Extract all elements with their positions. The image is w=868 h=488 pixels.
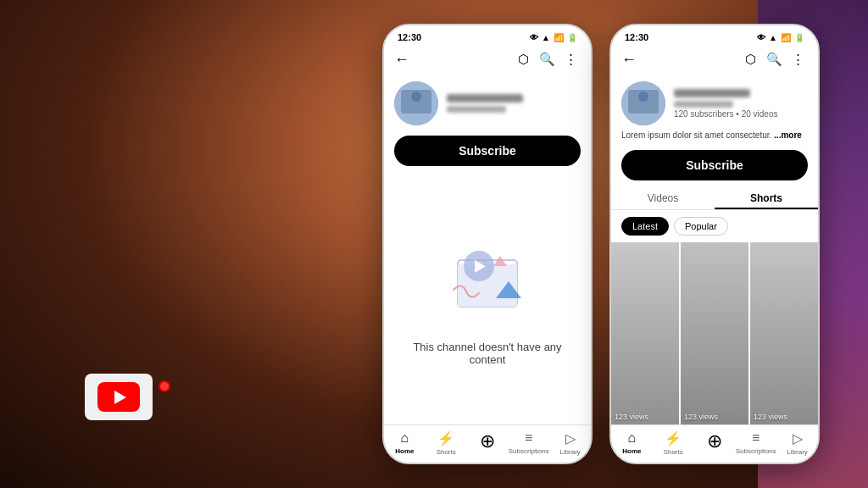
channel-header-left	[384, 75, 591, 130]
short-views-1: 123 views	[611, 409, 679, 424]
subscribe-button-left[interactable]: Subscribe	[394, 136, 581, 166]
wifi-icon-right: ▲	[769, 33, 777, 42]
library-label-right: Library	[787, 448, 807, 456]
status-icons-left: 👁 ▲ 📶 🔋	[530, 33, 577, 42]
bottom-nav-right: ⌂ Home ⚡ Shorts ⊕ ≡ Subscriptions ▷ Libr…	[611, 424, 818, 463]
tab-shorts[interactable]: Shorts	[715, 186, 818, 209]
empty-message: This channel doesn't have any content	[401, 341, 574, 366]
channel-avatar-left	[394, 81, 438, 125]
content-tabs: Videos Shorts	[611, 186, 818, 210]
nav-library-right[interactable]: ▷ Library	[776, 430, 818, 456]
nav-subscriptions-left[interactable]: ≡ Subscriptions	[508, 430, 549, 456]
nav-bar-left: ← ⬡ 🔍 ⋮	[384, 46, 591, 75]
subtab-latest[interactable]: Latest	[621, 217, 669, 236]
channel-info-left	[447, 94, 581, 113]
nav-add-left[interactable]: ⊕	[467, 430, 509, 456]
phones-container: 12:30 👁 ▲ 📶 🔋 ← ⬡ 🔍 ⋮	[351, 0, 851, 488]
channel-name-left	[447, 94, 523, 103]
youtube-play-button	[97, 382, 140, 412]
svg-point-11	[638, 92, 648, 102]
shorts-grid: 123 views 123 views 123 views	[611, 242, 818, 424]
nav-library-left[interactable]: ▷ Library	[549, 430, 591, 456]
shorts-icon-right: ⚡	[665, 430, 682, 446]
more-icon-left[interactable]: ⋮	[560, 49, 581, 69]
status-icons-right: 👁 ▲ 📶 🔋	[757, 33, 804, 42]
youtube-logo-laptop	[85, 374, 153, 420]
home-icon-right: ⌂	[628, 430, 637, 446]
short-views-2: 123 views	[681, 409, 748, 424]
channel-handle-left	[447, 106, 506, 113]
battery-icon: 🔋	[567, 33, 577, 42]
phone-left: 12:30 👁 ▲ 📶 🔋 ← ⬡ 🔍 ⋮	[382, 24, 593, 464]
empty-state: This channel doesn't have any content	[384, 171, 591, 424]
short-item-1[interactable]: 123 views	[611, 242, 681, 424]
signal-icon: 📶	[554, 33, 564, 42]
signal-icon-right: 📶	[781, 33, 791, 42]
short-views-3: 123 views	[750, 409, 818, 424]
channel-handle-right	[674, 101, 733, 108]
tab-videos[interactable]: Videos	[611, 186, 715, 209]
more-link[interactable]: ...more	[774, 130, 802, 140]
subscriptions-icon-left: ≡	[525, 430, 532, 446]
sub-tabs-container: Latest Popular	[611, 210, 818, 242]
time-right: 12:30	[625, 32, 648, 42]
wifi-icon: ▲	[542, 33, 550, 42]
channel-description: Lorem ipsum dolor sit amet consectetur. …	[611, 130, 818, 145]
short-item-3[interactable]: 123 views	[750, 242, 818, 424]
channel-avatar-right	[621, 81, 665, 125]
short-item-2[interactable]: 123 views	[681, 242, 750, 424]
subtab-popular[interactable]: Popular	[674, 217, 728, 236]
eye-icon-right: 👁	[757, 33, 765, 42]
subscriptions-label-right: Subscriptions	[736, 447, 776, 455]
channel-info-right: 120 subscribers • 20 videos	[674, 89, 808, 119]
library-icon-left: ▷	[565, 430, 576, 446]
bottom-nav-left: ⌂ Home ⚡ Shorts ⊕ ≡ Subscriptions ▷ Libr…	[384, 424, 591, 463]
channel-header-right: 120 subscribers • 20 videos	[611, 75, 818, 130]
cast-icon-right[interactable]: ⬡	[740, 49, 760, 69]
nav-shorts-left[interactable]: ⚡ Shorts	[426, 430, 467, 456]
subscriptions-icon-right: ≡	[752, 430, 760, 446]
battery-icon-right: 🔋	[794, 33, 804, 42]
library-icon-right: ▷	[793, 430, 803, 446]
search-icon-right[interactable]: 🔍	[764, 49, 784, 69]
description-text: Lorem ipsum dolor sit amet consectetur.	[621, 130, 771, 140]
recording-indicator	[159, 380, 170, 392]
home-icon-left: ⌂	[401, 430, 409, 446]
channel-name-right	[674, 89, 750, 97]
subscriptions-label-left: Subscriptions	[509, 447, 549, 455]
back-button-right[interactable]: ←	[621, 51, 637, 69]
nav-bar-right: ← ⬡ 🔍 ⋮	[611, 46, 818, 75]
eye-icon: 👁	[530, 33, 538, 42]
phone-right: 12:30 👁 ▲ 📶 🔋 ← ⬡ 🔍 ⋮	[609, 24, 820, 464]
more-icon-right[interactable]: ⋮	[787, 49, 808, 69]
add-icon-left: ⊕	[480, 430, 495, 452]
status-bar-left: 12:30 👁 ▲ 📶 🔋	[384, 25, 591, 46]
empty-illustration	[432, 230, 542, 324]
channel-stats-right: 120 subscribers • 20 videos	[674, 109, 808, 119]
home-label-left: Home	[395, 447, 414, 455]
search-icon-left[interactable]: 🔍	[537, 49, 557, 69]
shorts-label-left: Shorts	[437, 448, 456, 456]
nav-subscriptions-right[interactable]: ≡ Subscriptions	[735, 430, 776, 456]
library-label-left: Library	[559, 448, 580, 456]
add-icon-right: ⊕	[707, 430, 722, 452]
nav-home-right[interactable]: ⌂ Home	[611, 430, 653, 456]
nav-add-right[interactable]: ⊕	[694, 430, 736, 456]
subscribe-button-right[interactable]: Subscribe	[621, 150, 808, 180]
time-left: 12:30	[398, 32, 421, 42]
svg-point-2	[411, 92, 421, 102]
nav-shorts-right[interactable]: ⚡ Shorts	[653, 430, 694, 456]
nav-home-left[interactable]: ⌂ Home	[384, 430, 426, 456]
shorts-icon-left: ⚡	[437, 430, 454, 446]
back-button-left[interactable]: ←	[394, 51, 409, 69]
cast-icon-left[interactable]: ⬡	[513, 49, 533, 69]
avatar-image-left	[394, 81, 438, 125]
status-bar-right: 12:30 👁 ▲ 📶 🔋	[611, 25, 818, 46]
home-label-right: Home	[622, 447, 641, 455]
shorts-label-right: Shorts	[664, 448, 683, 456]
